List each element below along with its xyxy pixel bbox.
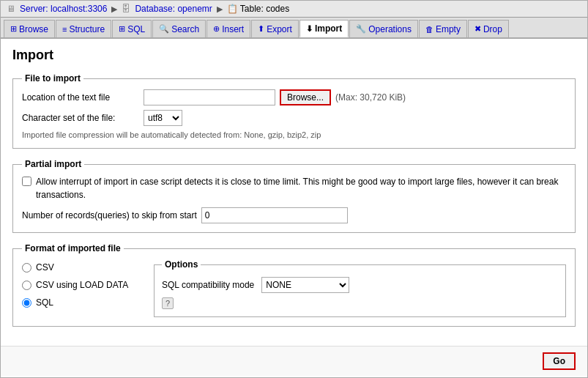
interrupt-row: Allow interrupt of import in case script… bbox=[22, 175, 566, 201]
options-legend: Options bbox=[162, 259, 201, 270]
charset-select[interactable]: utf8 latin1 utf16 bbox=[144, 110, 182, 126]
tab-structure-label: Structure bbox=[69, 24, 105, 34]
max-note: (Max: 30,720 KiB) bbox=[335, 92, 406, 103]
sql-compat-label: SQL compatibility mode bbox=[162, 280, 254, 290]
interrupt-checkbox[interactable] bbox=[22, 177, 31, 186]
tab-import[interactable]: ⬇ Import bbox=[299, 20, 349, 37]
options-box: Options SQL compatibility mode NONE ANSI… bbox=[154, 259, 566, 317]
format-body: CSV CSV using LOAD DATA SQL Options SQL … bbox=[22, 259, 566, 317]
empty-icon: 🗑 bbox=[425, 25, 433, 34]
footer: Go bbox=[1, 346, 587, 376]
server-link[interactable]: Server: localhost:3306 bbox=[20, 4, 107, 14]
breadcrumb-arrow-2: ▶ bbox=[217, 4, 223, 14]
interrupt-text: Allow interrupt of import in case script… bbox=[36, 175, 566, 201]
page-title: Import bbox=[12, 48, 576, 63]
tab-import-label: Import bbox=[315, 23, 342, 34]
table-icon: 📋 bbox=[227, 4, 237, 14]
format-options-list: CSV CSV using LOAD DATA SQL bbox=[22, 259, 139, 317]
database-icon: 🗄 bbox=[122, 4, 132, 14]
drop-icon: ✖ bbox=[475, 24, 481, 34]
sql-icon: ⊞ bbox=[119, 24, 125, 34]
server-icon: 🖥 bbox=[7, 4, 17, 14]
tab-search-label: Search bbox=[171, 24, 199, 34]
tab-export[interactable]: ⬆ Export bbox=[251, 20, 299, 37]
tab-empty[interactable]: 🗑 Empty bbox=[419, 20, 467, 37]
file-import-legend: File to import bbox=[22, 73, 83, 84]
partial-import-section: Partial import Allow interrupt of import… bbox=[12, 159, 576, 233]
tab-empty-label: Empty bbox=[436, 24, 461, 34]
csv-label: CSV bbox=[36, 262, 54, 273]
skip-row: Number of records(queries) to skip from … bbox=[22, 207, 566, 223]
sql-radio[interactable] bbox=[22, 298, 31, 308]
file-import-section: File to import Location of the text file… bbox=[12, 73, 576, 149]
help-icon[interactable]: ? bbox=[162, 297, 174, 309]
csv-load-radio[interactable] bbox=[22, 281, 31, 290]
location-input[interactable] bbox=[144, 89, 275, 105]
location-row: Location of the text file Browse... (Max… bbox=[22, 89, 566, 105]
import-icon: ⬇ bbox=[306, 24, 313, 34]
navbar: ⊞ Browse ≡ Structure ⊞ SQL 🔍 Search ⊕ In… bbox=[1, 18, 587, 39]
breadcrumb-arrow-1: ▶ bbox=[111, 4, 117, 14]
table-label: Table: codes bbox=[240, 4, 289, 14]
search-icon: 🔍 bbox=[159, 24, 169, 34]
tab-browse-label: Browse bbox=[19, 24, 48, 34]
go-button[interactable]: Go bbox=[543, 352, 576, 370]
csv-radio-row: CSV bbox=[22, 262, 139, 273]
browse-icon: ⊞ bbox=[10, 24, 17, 34]
tab-structure[interactable]: ≡ Structure bbox=[56, 20, 111, 37]
format-section: Format of imported file CSV CSV using LO… bbox=[12, 243, 576, 327]
charset-label: Character set of the file: bbox=[22, 113, 139, 123]
charset-row: Character set of the file: utf8 latin1 u… bbox=[22, 110, 566, 126]
tab-sql-label: SQL bbox=[127, 24, 145, 34]
tab-search[interactable]: 🔍 Search bbox=[152, 20, 206, 37]
format-legend: Format of imported file bbox=[22, 243, 124, 253]
operations-icon: 🔧 bbox=[356, 24, 366, 34]
tab-export-label: Export bbox=[267, 24, 292, 34]
compression-note: Imported file compression will be automa… bbox=[22, 130, 566, 139]
sql-compat-row: SQL compatibility mode NONE ANSI DB2 MAX… bbox=[162, 277, 558, 293]
csv-load-radio-row: CSV using LOAD DATA bbox=[22, 280, 139, 290]
skip-input[interactable] bbox=[201, 207, 348, 223]
tab-sql[interactable]: ⊞ SQL bbox=[112, 20, 152, 37]
csv-load-label: CSV using LOAD DATA bbox=[36, 280, 128, 290]
sql-radio-row: SQL bbox=[22, 297, 139, 308]
sql-label: SQL bbox=[36, 297, 53, 308]
database-link[interactable]: Database: openemr bbox=[135, 4, 212, 14]
tab-drop-label: Drop bbox=[483, 24, 502, 34]
structure-icon: ≡ bbox=[62, 25, 67, 34]
tab-browse[interactable]: ⊞ Browse bbox=[4, 20, 55, 37]
partial-import-legend: Partial import bbox=[22, 159, 84, 169]
skip-label: Number of records(queries) to skip from … bbox=[22, 210, 197, 220]
main-window: 🖥 Server: localhost:3306 ▶ 🗄 Database: o… bbox=[0, 0, 588, 378]
titlebar: 🖥 Server: localhost:3306 ▶ 🗄 Database: o… bbox=[1, 1, 587, 18]
export-icon: ⬆ bbox=[258, 24, 264, 34]
insert-icon: ⊕ bbox=[213, 24, 220, 34]
tab-operations[interactable]: 🔧 Operations bbox=[349, 20, 418, 37]
tab-operations-label: Operations bbox=[368, 24, 412, 34]
content-area: Import File to import Location of the te… bbox=[1, 39, 587, 346]
tab-drop[interactable]: ✖ Drop bbox=[468, 20, 509, 37]
csv-radio[interactable] bbox=[22, 263, 31, 273]
sql-compat-select[interactable]: NONE ANSI DB2 MAXDB MYSQL323 MYSQL40 MSS… bbox=[261, 277, 349, 293]
tab-insert[interactable]: ⊕ Insert bbox=[206, 20, 250, 37]
browse-button[interactable]: Browse... bbox=[280, 89, 331, 105]
tab-insert-label: Insert bbox=[222, 24, 244, 34]
location-label: Location of the text file bbox=[22, 92, 139, 103]
